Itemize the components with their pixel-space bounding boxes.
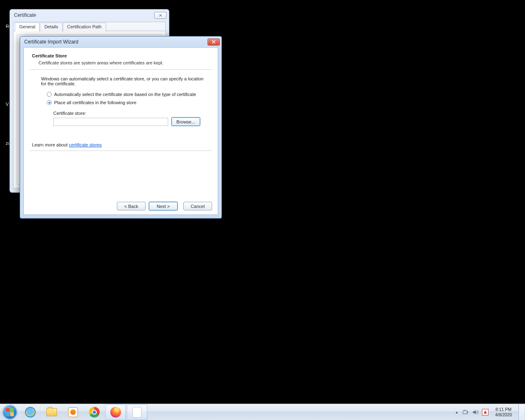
wizard-body: Certificate Store Certificate stores are…	[23, 47, 218, 215]
next-button[interactable]: Next >	[149, 202, 178, 210]
taskbar-media-player[interactable]	[62, 404, 84, 420]
wizard-title: Certificate Import Wizard	[24, 39, 208, 45]
show-desktop-button[interactable]	[518, 404, 524, 420]
desktop-icon-label: V	[6, 102, 9, 107]
radio-icon	[47, 100, 52, 105]
divider	[30, 69, 212, 70]
media-player-icon	[68, 407, 78, 417]
document-icon	[132, 407, 142, 418]
cancel-button[interactable]: Cancel	[183, 202, 212, 210]
certificate-titlebar[interactable]: Certificate ✕	[10, 9, 169, 21]
learn-prefix: Learn more about	[32, 142, 69, 147]
radio-place-all[interactable]: Place all certificates in the following …	[47, 100, 212, 105]
browse-button[interactable]: Browse...	[171, 117, 200, 126]
chrome-icon	[89, 407, 100, 418]
taskbar-ie[interactable]	[20, 404, 41, 420]
wizard-titlebar[interactable]: Certificate Import Wizard	[20, 37, 221, 47]
radio-place-label: Place all certificates in the following …	[54, 100, 137, 105]
certificate-title: Certificate	[14, 12, 154, 18]
show-hidden-icons[interactable]: ▴	[454, 410, 459, 414]
svg-rect-1	[467, 411, 468, 413]
close-icon	[212, 40, 216, 44]
certificate-close-button[interactable]: ✕	[154, 12, 167, 19]
folder-icon	[46, 408, 57, 416]
taskbar-clock[interactable]: 8:11 PM 4/8/2020	[492, 407, 515, 418]
wizard-info-text: Windows can automatically select a certi…	[41, 76, 205, 86]
certificate-import-wizard: Certificate Import Wizard Certificate St…	[20, 36, 222, 219]
radio-auto-select[interactable]: Automatically select the certificate sto…	[47, 92, 212, 97]
certificate-store-label: Certificate store:	[53, 111, 212, 116]
windows-logo-icon	[3, 405, 17, 419]
power-icon[interactable]	[462, 409, 469, 415]
taskbar-document[interactable]	[126, 404, 148, 420]
certificate-tabstrip: General Details Certification Path	[14, 22, 165, 31]
action-center-icon[interactable]	[482, 409, 488, 415]
svg-rect-0	[463, 411, 467, 414]
taskbar: ▴ 8:11 PM 4/8/2020	[0, 404, 525, 420]
clock-date: 4/8/2020	[495, 412, 512, 418]
tab-general[interactable]: General	[15, 23, 40, 32]
learn-link[interactable]: certificate stores	[69, 142, 102, 147]
wizard-section-title: Certificate Store	[32, 53, 212, 58]
close-icon: ✕	[159, 13, 162, 18]
wizard-close-button[interactable]	[208, 39, 220, 46]
volume-icon[interactable]	[472, 409, 479, 415]
certificate-store-input[interactable]	[53, 118, 168, 126]
learn-more: Learn more about certificate stores	[32, 142, 212, 147]
wizard-section-desc: Certificate stores are system areas wher…	[39, 60, 212, 65]
firefox-icon	[110, 407, 121, 418]
wizard-button-row: < Back Next > Cancel	[30, 201, 212, 210]
radio-auto-label: Automatically select the certificate sto…	[54, 92, 196, 97]
ie-icon	[25, 407, 36, 418]
clock-time: 8:11 PM	[495, 407, 512, 412]
certificate-store-block: Certificate store: Browse...	[53, 111, 212, 126]
tab-certification-path[interactable]: Certification Path	[63, 23, 106, 32]
taskbar-pinned	[20, 404, 148, 420]
taskbar-firefox[interactable]	[105, 404, 126, 420]
back-button[interactable]: < Back	[117, 202, 146, 210]
taskbar-chrome[interactable]	[84, 404, 105, 420]
taskbar-explorer[interactable]	[41, 404, 62, 420]
radio-icon	[47, 92, 52, 97]
divider	[30, 151, 212, 151]
system-tray: ▴ 8:11 PM 4/8/2020	[452, 404, 525, 420]
tab-details[interactable]: Details	[40, 23, 63, 32]
start-button[interactable]	[0, 404, 20, 420]
